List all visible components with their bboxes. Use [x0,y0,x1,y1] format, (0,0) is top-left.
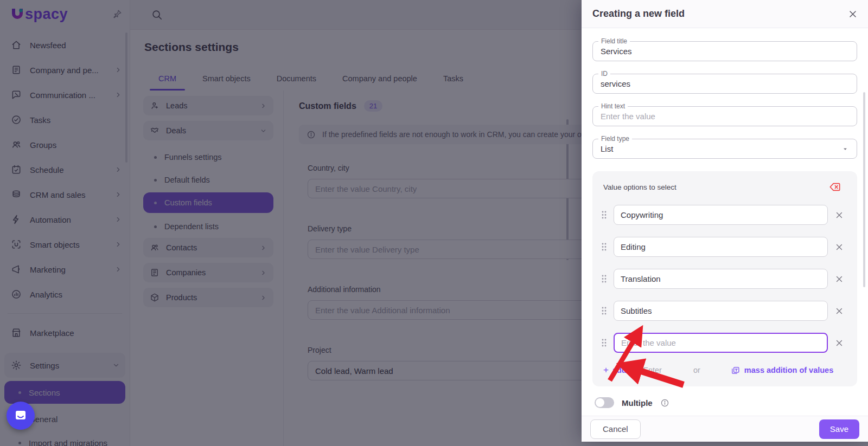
value-option-row [601,269,848,289]
hint-text-group: Hint text [592,106,857,126]
field-id-input[interactable] [601,79,849,88]
save-button[interactable]: Save [819,419,859,439]
close-icon[interactable] [847,9,858,20]
value-option-row [601,205,848,225]
add-hint-text: via Enter [631,366,662,374]
remove-option-icon[interactable] [834,274,844,284]
field-type-select[interactable]: Field type List [592,139,857,159]
drag-handle-icon[interactable] [601,242,607,251]
drag-handle-icon[interactable] [601,274,607,283]
drag-handle-icon[interactable] [601,306,607,315]
floating-label: Hint text [598,102,628,110]
chat-icon [14,409,28,423]
option-value-input[interactable] [614,205,828,225]
remove-option-icon[interactable] [834,210,844,220]
option-value-input[interactable] [614,237,828,257]
drawer-body: Field title ID Hint text Field type List… [582,28,868,442]
mass-addition-button[interactable]: mass addition of values [731,366,833,375]
multiple-toggle-row: Multiple [595,397,857,408]
remove-option-icon[interactable] [834,338,844,348]
value-options-panel: Value options to select [592,171,857,386]
clear-all-values-icon[interactable] [829,181,841,193]
field-title-group: Field title [592,41,857,61]
remove-option-icon[interactable] [834,306,844,316]
remove-option-icon[interactable] [834,242,844,252]
field-type-value: List [601,144,841,153]
info-circle-icon [660,398,669,408]
floating-label: ID [598,70,610,77]
cancel-button[interactable]: Cancel [590,419,641,439]
or-label: or [693,366,700,374]
floating-label: Field type [598,135,632,143]
drawer-title: Creating a new field [592,8,685,20]
drawer-footer: Cancel Save [582,416,868,442]
option-value-input[interactable] [614,269,828,289]
value-option-row [601,237,848,257]
multiple-toggle[interactable] [595,397,614,408]
floating-label: Field title [598,37,630,45]
mass-addition-icon [731,366,740,375]
chat-widget-button[interactable] [7,402,35,430]
plus-icon: + [603,365,609,376]
caret-down-icon [841,145,849,153]
new-option-value-input[interactable] [614,333,828,353]
options-actions: +add via Enter or mass addition of value… [601,365,848,376]
value-option-row [601,301,848,321]
multiple-label: Multiple [622,398,653,408]
option-value-input[interactable] [614,301,828,321]
drag-handle-icon[interactable] [601,338,607,347]
field-id-group: ID [592,74,857,94]
drag-handle-icon[interactable] [601,210,607,219]
drawer-header: Creating a new field [582,0,868,28]
drawer-scrollbar[interactable] [863,92,865,287]
hint-text-input[interactable] [601,112,849,121]
value-options-title: Value options to select [603,183,676,191]
add-option-button[interactable]: +add [603,365,627,376]
field-title-input[interactable] [601,47,849,56]
creating-new-field-drawer: Creating a new field Field title ID Hint… [582,0,868,442]
value-option-row-new [601,333,848,353]
app-window: spacy Newsfeed Company and pe... Communi… [0,0,868,446]
